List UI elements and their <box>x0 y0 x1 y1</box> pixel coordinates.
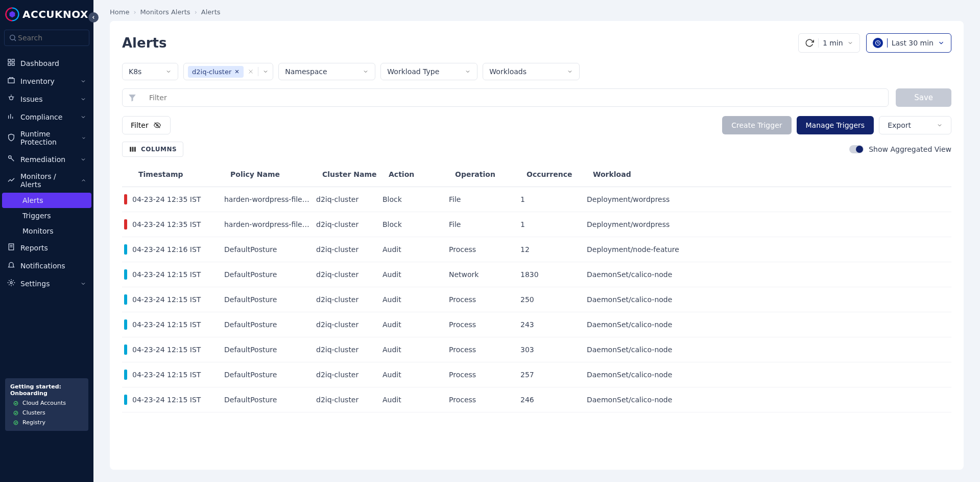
cell-workload: DaemonSet/calico-node <box>587 396 949 404</box>
onboard-step[interactable]: Registry <box>10 419 83 426</box>
close-icon[interactable] <box>234 69 240 74</box>
eye-off-icon <box>153 122 162 129</box>
doc-icon <box>7 243 15 253</box>
cell-policy: harden-wordpress-file-… <box>224 195 311 203</box>
svg-rect-5 <box>8 59 11 62</box>
workloads-dropdown[interactable]: Workloads <box>483 63 580 80</box>
onboard-step[interactable]: Clusters <box>10 409 83 416</box>
sidebar-item-label: Remediation <box>20 155 65 164</box>
table-row[interactable]: 04-23-24 12:35 IST harden-wordpress-file… <box>122 212 951 237</box>
export-dropdown[interactable]: Export <box>879 116 951 134</box>
cell-timestamp: 04-23-24 12:16 IST <box>132 245 219 254</box>
search-icon <box>9 34 17 42</box>
namespace-dropdown[interactable]: Namespace <box>278 63 375 80</box>
sidebar-item-label: Compliance <box>20 113 62 121</box>
table-row[interactable]: 04-23-24 12:15 IST DefaultPosture d2iq-c… <box>122 262 951 287</box>
breadcrumb-item[interactable]: Home <box>110 8 129 16</box>
refresh-interval-control[interactable]: 1 min <box>798 33 860 53</box>
sidebar-search-input[interactable] <box>17 33 85 42</box>
breadcrumb-item: Alerts <box>201 8 221 16</box>
save-button[interactable]: Save <box>896 88 951 107</box>
svg-point-22 <box>10 282 12 284</box>
close-icon[interactable] <box>248 68 254 75</box>
sidebar-item-settings[interactable]: Settings <box>0 274 93 292</box>
aggregated-toggle[interactable] <box>849 145 864 153</box>
svg-rect-35 <box>132 147 134 151</box>
cell-action: Audit <box>383 295 444 304</box>
severity-bar <box>124 294 127 305</box>
col-action: Action <box>389 170 450 178</box>
sidebar-search[interactable] <box>4 30 89 46</box>
sidebar-item-label: Settings <box>20 280 50 288</box>
workload-type-dropdown[interactable]: Workload Type <box>380 63 477 80</box>
sidebar-nav: Dashboard Inventory Issues Compliance Ru… <box>0 54 93 292</box>
table-row[interactable]: 04-23-24 12:16 IST DefaultPosture d2iq-c… <box>122 237 951 262</box>
columns-button[interactable]: COLUMNS <box>122 142 183 157</box>
manage-triggers-button[interactable]: Manage Triggers <box>797 116 874 134</box>
main-content: Home›Monitors Alerts›Alerts Alerts 1 min <box>93 0 980 482</box>
cell-workload: Deployment/wordpress <box>587 220 949 228</box>
cell-action: Block <box>383 195 444 203</box>
bell-icon <box>7 261 15 270</box>
chevron-down-icon <box>80 96 86 102</box>
chevron-down-icon <box>80 114 86 120</box>
sidebar-item-compliance[interactable]: Compliance <box>0 108 93 126</box>
filter-visibility-button[interactable]: Filter <box>122 116 171 134</box>
refresh-interval-value: 1 min <box>823 39 843 47</box>
cell-cluster: d2iq-cluster <box>316 346 377 354</box>
sidebar-item-reports[interactable]: Reports <box>0 239 93 257</box>
sidebar-sub-triggers[interactable]: Triggers <box>2 208 91 223</box>
create-trigger-button[interactable]: Create Trigger <box>722 116 791 134</box>
sidebar-item-dashboard[interactable]: Dashboard <box>0 54 93 72</box>
cell-timestamp: 04-23-24 12:15 IST <box>132 371 219 379</box>
sidebar-item-inventory[interactable]: Inventory <box>0 72 93 90</box>
onboarding-card: Getting started: Onboarding Cloud Accoun… <box>5 378 88 431</box>
cell-policy: DefaultPosture <box>224 245 311 254</box>
env-dropdown[interactable]: K8s <box>122 63 178 80</box>
cluster-chip[interactable]: d2iq-cluster <box>188 66 244 78</box>
onboard-step[interactable]: Cloud Accounts <box>10 400 83 406</box>
table-row[interactable]: 04-23-24 12:35 IST harden-wordpress-file… <box>122 187 951 212</box>
brand-logo: ACCUKNOX <box>0 0 93 27</box>
sidebar-item-runtime-protection[interactable]: Runtime Protection <box>0 126 93 150</box>
chevron-down-icon <box>363 68 369 75</box>
severity-bar <box>124 244 127 255</box>
table-row[interactable]: 04-23-24 12:15 IST DefaultPosture d2iq-c… <box>122 337 951 362</box>
sidebar-item-label: Notifications <box>20 262 65 270</box>
filter-input-wrap[interactable] <box>122 88 889 107</box>
filter-text-input[interactable] <box>144 89 883 106</box>
cell-workload: DaemonSet/calico-node <box>587 295 949 304</box>
cell-occurrence: 246 <box>520 396 582 404</box>
columns-label: COLUMNS <box>141 146 177 153</box>
check-circle-icon <box>13 401 18 406</box>
table-row[interactable]: 04-23-24 12:15 IST DefaultPosture d2iq-c… <box>122 387 951 412</box>
sidebar-sub-alerts[interactable]: Alerts <box>2 193 91 208</box>
chevron-down-icon <box>465 68 471 75</box>
refresh-icon <box>805 38 814 48</box>
chevron-up-icon <box>81 177 86 183</box>
sidebar-collapse-button[interactable] <box>88 12 99 22</box>
sidebar-sub-monitors[interactable]: Monitors <box>2 223 91 239</box>
severity-bar <box>124 395 127 405</box>
sidebar-item-notifications[interactable]: Notifications <box>0 257 93 274</box>
cell-cluster: d2iq-cluster <box>316 371 377 379</box>
cell-timestamp: 04-23-24 12:15 IST <box>132 295 219 304</box>
cluster-dropdown[interactable]: d2iq-cluster <box>183 63 273 80</box>
cell-timestamp: 04-23-24 12:35 IST <box>132 195 219 203</box>
chart-icon <box>7 112 15 122</box>
cell-cluster: d2iq-cluster <box>316 320 377 329</box>
table-row[interactable]: 04-23-24 12:15 IST DefaultPosture d2iq-c… <box>122 362 951 387</box>
col-occurrence: Occurrence <box>527 170 588 178</box>
time-range-picker[interactable]: Last 30 min <box>866 33 951 53</box>
cell-operation: Process <box>449 346 515 354</box>
sidebar-item-issues[interactable]: Issues <box>0 90 93 108</box>
sidebar-item-monitors-alerts[interactable]: Monitors / Alerts <box>0 168 93 193</box>
col-operation: Operation <box>455 170 521 178</box>
sidebar-item-remediation[interactable]: Remediation <box>0 150 93 168</box>
severity-bar <box>124 345 127 355</box>
table-row[interactable]: 04-23-24 12:15 IST DefaultPosture d2iq-c… <box>122 287 951 312</box>
table-row[interactable]: 04-23-24 12:15 IST DefaultPosture d2iq-c… <box>122 312 951 337</box>
table-header: Timestamp Policy Name Cluster Name Actio… <box>122 162 951 187</box>
breadcrumb-item[interactable]: Monitors Alerts <box>140 8 190 16</box>
bug-icon <box>7 94 15 104</box>
